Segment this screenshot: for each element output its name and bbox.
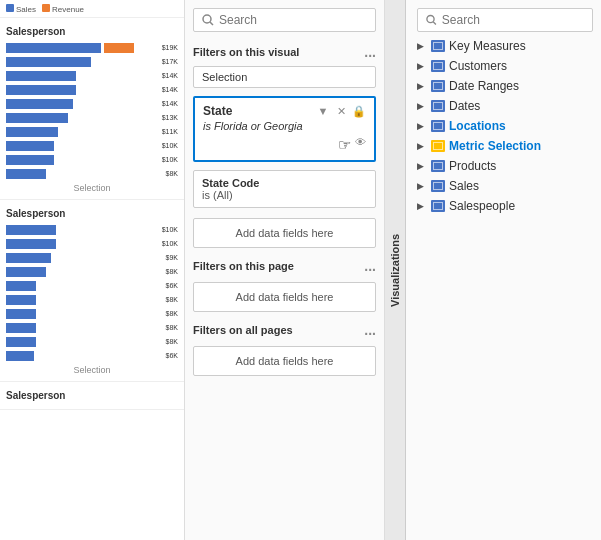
add-data-visual-btn[interactable]: Add data fields here [193,218,376,248]
bar-sales [6,57,91,67]
bar [6,85,76,95]
tree-item-locations[interactable]: ▶ Locations [409,116,601,136]
right-search-input[interactable] [442,13,584,27]
bar-value: $10K [162,240,178,247]
chevron-right-icon: ▶ [417,41,427,51]
bar-row: $19K [6,41,178,53]
tree-item-date-ranges[interactable]: ▶ Date Ranges [409,76,601,96]
filters-on-visual-ellipsis[interactable]: ... [364,44,376,60]
chevron-right-icon: ▶ [417,161,427,171]
bar [6,239,56,249]
chevron-right-icon: ▶ [417,81,427,91]
eye-icon[interactable]: 👁 [355,136,366,154]
bar [6,99,73,109]
chart-section-2: Salesperson $10K $10K $9K $8K $6K $8K $8… [0,200,184,382]
bar-value: $8K [166,310,178,317]
bar-row: $8K [6,167,178,179]
svg-line-3 [433,22,436,25]
filter-card-actions: ▼ ✕ 🔒 [316,105,366,118]
bar-value: $8K [166,338,178,345]
state-code-title: State Code [202,177,367,189]
svg-line-1 [210,22,213,25]
table-icon-date-ranges [431,80,445,92]
chevron-right-icon: ▶ [417,201,427,211]
add-data-page-btn[interactable]: Add data fields here [193,282,376,312]
tree-item-customers[interactable]: ▶ Customers [409,56,601,76]
chevron-right-icon: ▶ [417,181,427,191]
filters-on-page-section: Filters on this page ... [185,254,384,276]
bar [6,267,46,277]
bar-value: $14K [162,72,178,79]
bar-row: $14K [6,83,178,95]
bar [6,323,36,333]
tree-item-sales[interactable]: ▶ Sales [409,176,601,196]
filters-on-page-ellipsis[interactable]: ... [364,258,376,274]
bar-row: $8K [6,265,178,277]
middle-search-input[interactable] [219,13,367,27]
tree-label-salespeople: Salespeople [449,199,515,213]
bar [6,309,36,319]
bar-row: $13K [6,111,178,123]
chart-legend: Sales Revenue [6,4,84,14]
bar-row: $10K [6,237,178,249]
bar-row: $10K [6,223,178,235]
bar-value: $10K [162,226,178,233]
table-icon-products [431,160,445,172]
clear-filter-icon[interactable]: ✕ [334,105,348,118]
state-code-value: is (All) [202,189,367,201]
chart-section-1: Salesperson $19K $17K $14K $14K $14K [0,18,184,200]
tree-item-dates[interactable]: ▶ Dates [409,96,601,116]
chevron-right-icon: ▶ [417,101,427,111]
chart-title-1: Salesperson [6,26,178,37]
bar-value: $9K [166,254,178,261]
bar-row: $14K [6,69,178,81]
middle-panel: Filters on this visual ... Selection Sta… [185,0,385,540]
bar-row: $10K [6,153,178,165]
bar-container [6,42,160,52]
filter-card-title: State [203,104,232,118]
tree-item-metric-selection[interactable]: ▶ Metric Selection [409,136,601,156]
bar [6,225,56,235]
bar-row: $11K [6,125,178,137]
expand-filter-icon[interactable]: ▼ [316,105,330,117]
tree-label-date-ranges: Date Ranges [449,79,519,93]
legend-revenue-dot [42,4,50,12]
search-icon [202,14,214,26]
bar [6,113,68,123]
table-icon-dates [431,100,445,112]
left-panel: Sales Revenue Salesperson $19K $17K $14K [0,0,185,540]
bar-row: $9K [6,251,178,263]
bar-revenue [104,43,134,53]
table-icon-salespeople [431,200,445,212]
bar-value: $8K [166,268,178,275]
tree-item-key-measures[interactable]: ▶ Key Measures [409,36,601,56]
bar-value: $19K [162,44,178,51]
bar-row: $8K [6,307,178,319]
chart-section-3: Salesperson [0,382,184,410]
bar [6,351,34,361]
tree-label-products: Products [449,159,496,173]
active-filter-card[interactable]: State ▼ ✕ 🔒 is Florida or Georgia ☞ 👁 [193,96,376,162]
bar-row: $14K [6,97,178,109]
bar [6,281,36,291]
bar-container [6,56,160,66]
tree-item-salespeople[interactable]: ▶ Salespeople [409,196,601,216]
right-search-bar[interactable] [417,8,593,32]
bar [6,253,51,263]
middle-search-bar[interactable] [193,8,376,32]
tree-item-products[interactable]: ▶ Products [409,156,601,176]
bar-value: $14K [162,100,178,107]
chart-footer-1: Selection [6,181,178,195]
add-data-all-btn[interactable]: Add data fields here [193,346,376,376]
table-icon-key-measures [431,40,445,52]
table-icon-metric-selection [431,140,445,152]
lock-filter-icon[interactable]: 🔒 [352,105,366,118]
tree-label-customers: Customers [449,59,507,73]
filters-all-pages-ellipsis[interactable]: ... [364,322,376,338]
filter-card-bottom-icons: ☞ 👁 [203,136,366,154]
bar-value: $17K [162,58,178,65]
bar [6,141,54,151]
tree-label-key-measures: Key Measures [449,39,526,53]
right-content: ▶ Key Measures ▶ Customers ▶ Date Ranges… [409,0,601,540]
visualizations-tab-label[interactable]: Visualizations [385,0,406,540]
